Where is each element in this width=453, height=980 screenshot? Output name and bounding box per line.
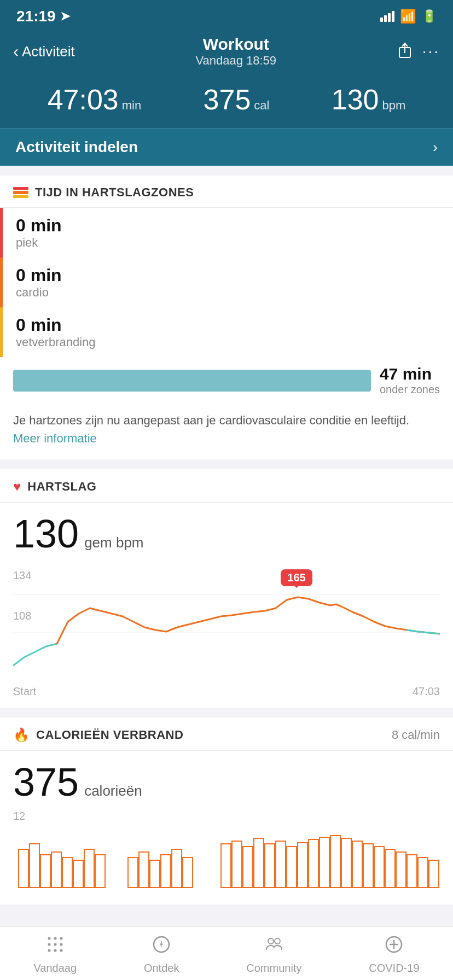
under-zone-row: 47 min onder zones (0, 357, 453, 404)
nav-covid[interactable]: COVID-19 (369, 935, 419, 975)
chart-peak-tooltip: 165 (281, 569, 312, 586)
hartslag-section: ♥ HARTSLAG 130 gem bpm 134 108 165 (0, 469, 453, 708)
svg-rect-23 (276, 841, 286, 888)
svg-point-45 (54, 949, 56, 952)
duration-stat: 47:03 min (48, 83, 142, 116)
chart-time-row: Start 47:03 (0, 682, 453, 708)
svg-rect-13 (139, 852, 149, 888)
svg-rect-31 (363, 844, 373, 888)
nav-community[interactable]: Community (246, 935, 301, 975)
svg-point-44 (48, 949, 50, 952)
calorie-header: 🔥 CALORIEËN VERBRAND 8 cal/min (0, 718, 453, 751)
chevron-right-icon: › (433, 139, 438, 156)
svg-point-52 (275, 938, 280, 944)
calorie-chart-svg (0, 825, 453, 896)
community-label: Community (246, 962, 301, 975)
ontdek-label: Ontdek (144, 962, 179, 975)
back-label: Activiteit (22, 43, 75, 60)
svg-rect-11 (95, 855, 105, 888)
svg-rect-9 (73, 860, 83, 888)
svg-point-51 (268, 938, 274, 944)
svg-rect-12 (128, 858, 138, 888)
heartrate-value: 130 (332, 83, 379, 116)
svg-rect-35 (407, 855, 417, 888)
piek-value: 0 min (16, 215, 62, 236)
vandaag-label: Vandaag (33, 962, 77, 975)
hartslag-avg-value: 130 (13, 511, 79, 556)
heart-icon: ♥ (13, 479, 21, 494)
svg-rect-4 (19, 849, 28, 888)
under-zone-label: onder zones (380, 383, 440, 396)
svg-rect-20 (243, 847, 253, 888)
vandaag-icon (45, 935, 65, 959)
svg-point-38 (48, 937, 50, 940)
duration-unit: min (122, 98, 141, 113)
svg-point-40 (60, 937, 62, 940)
svg-rect-33 (385, 849, 395, 888)
covid-label: COVID-19 (369, 962, 419, 975)
heartrate-unit: bpm (382, 98, 406, 113)
nav-vandaag[interactable]: Vandaag (33, 935, 77, 975)
hartslag-avg: 130 gem bpm (0, 503, 453, 562)
zones-icon (13, 187, 28, 198)
svg-rect-17 (183, 858, 193, 888)
cal-chart-y-label: 12 (0, 810, 453, 825)
zone-info-link[interactable]: Meer informatie (13, 431, 97, 445)
svg-rect-16 (172, 849, 182, 888)
status-icons: 📶 🔋 (380, 9, 437, 24)
activity-classify-label: Activiteit indelen (15, 138, 138, 156)
zone-piek: 0 min piek (0, 208, 453, 258)
svg-rect-30 (352, 841, 362, 888)
header-subtitle: Vandaag 18:59 (195, 54, 276, 68)
hartslag-avg-unit: gem bpm (84, 534, 143, 551)
chart-y-134: 134 (13, 569, 31, 582)
page-title: Workout (195, 35, 276, 54)
svg-rect-34 (396, 852, 406, 888)
vet-label: vetverbranding (16, 335, 96, 349)
piek-label: piek (16, 236, 62, 250)
svg-rect-37 (429, 860, 439, 888)
share-icon[interactable] (397, 41, 413, 62)
heart-rate-svg (13, 567, 440, 676)
activity-classify-button[interactable]: Activiteit indelen › (0, 128, 453, 166)
duration-value: 47:03 (48, 83, 119, 116)
under-zone-value: 47 min (380, 365, 440, 383)
svg-rect-29 (341, 838, 351, 888)
svg-rect-24 (287, 847, 297, 888)
back-button[interactable]: ‹ Activiteit (13, 42, 75, 61)
calorie-total: 375 calorieën (0, 751, 453, 810)
zones-section-header: TIJD IN HARTSLAGZONES (0, 176, 453, 208)
svg-rect-6 (40, 855, 50, 888)
svg-rect-10 (84, 849, 94, 888)
svg-rect-8 (62, 858, 72, 888)
svg-point-46 (60, 949, 62, 952)
cardio-value: 0 min (16, 265, 62, 285)
hartslag-zones-section: TIJD IN HARTSLAGZONES 0 min piek 0 min c… (0, 176, 453, 459)
svg-point-41 (48, 943, 50, 946)
calories-stat: 375 cal (204, 83, 270, 116)
svg-rect-19 (232, 841, 242, 888)
svg-rect-21 (254, 838, 264, 888)
header-center: Workout Vandaag 18:59 (195, 35, 276, 68)
calorie-title: CALORIEËN VERBRAND (36, 728, 183, 742)
svg-rect-7 (51, 852, 61, 888)
svg-rect-14 (150, 860, 160, 888)
back-chevron-icon: ‹ (13, 42, 19, 61)
bottom-nav: Vandaag Ontdek Community (0, 926, 453, 980)
zone-info-text: Je hartzones zijn nu aangepast aan je ca… (0, 404, 453, 459)
nav-ontdek[interactable]: Ontdek (144, 935, 179, 975)
svg-rect-27 (320, 837, 329, 888)
calories-value: 375 (204, 83, 251, 116)
battery-icon: 🔋 (422, 9, 437, 24)
header-actions: ··· (397, 41, 440, 62)
compass-icon (152, 935, 171, 959)
heartrate-stat: 130 bpm (332, 83, 406, 116)
status-bar: 21:19 ➤ 📶 🔋 (0, 0, 453, 30)
zone-vet: 0 min vetverbranding (0, 307, 453, 357)
chart-end-label: 47:03 (413, 685, 440, 698)
status-time: 21:19 ➤ (16, 8, 70, 25)
more-options-icon[interactable]: ··· (422, 43, 440, 60)
cardio-label: cardio (16, 285, 62, 300)
chart-start-label: Start (13, 685, 36, 698)
navigation-header: ‹ Activiteit Workout Vandaag 18:59 ··· (0, 30, 453, 78)
